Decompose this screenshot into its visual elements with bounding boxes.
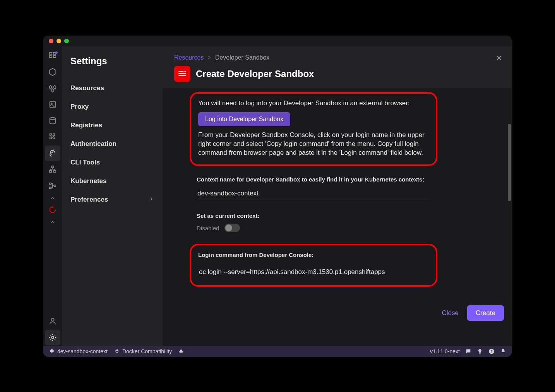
volumes-icon[interactable] <box>45 113 60 128</box>
activity-bar <box>43 46 62 346</box>
sidebar-item-registries[interactable]: Registries <box>62 116 163 135</box>
login-command-box: Login command from Developer Console: <box>190 244 437 287</box>
svg-rect-10 <box>50 183 51 184</box>
breadcrumb-separator: > <box>207 54 211 61</box>
openshift-icon[interactable] <box>45 202 60 217</box>
window-close-icon[interactable] <box>49 39 53 43</box>
svg-rect-18 <box>184 71 186 72</box>
settings-icon[interactable] <box>45 330 60 345</box>
login-instructions-box: You will need to log into your Developer… <box>190 92 437 166</box>
containers-icon[interactable] <box>45 64 60 80</box>
bulb-icon[interactable] <box>477 348 483 354</box>
svg-rect-0 <box>50 52 52 54</box>
pods-icon[interactable] <box>45 80 60 96</box>
dashboard-icon[interactable] <box>45 48 60 63</box>
window-maximize-icon[interactable] <box>64 39 69 43</box>
sidebar-item-resources[interactable]: Resources <box>62 79 163 98</box>
context-name-label: Context name for Developer Sandbox to ea… <box>197 175 430 183</box>
svg-rect-12 <box>54 185 56 187</box>
scrollbar[interactable] <box>508 124 511 201</box>
kubernetes-icon <box>49 348 55 354</box>
set-current-context-label: Set as current context: <box>197 212 430 220</box>
svg-rect-11 <box>50 187 51 188</box>
bell-icon[interactable] <box>500 348 506 354</box>
login-command-input[interactable] <box>198 263 429 278</box>
svg-rect-7 <box>51 166 54 168</box>
tree-icon[interactable] <box>45 178 60 193</box>
account-icon[interactable] <box>45 313 60 329</box>
window-minimize-icon[interactable] <box>57 39 61 43</box>
breadcrumb: Resources > Developer Sandbox <box>174 54 500 61</box>
svg-rect-4 <box>50 101 56 107</box>
hat-icon <box>178 348 184 354</box>
content-area: Resources > Developer Sandbox ✕ Create D… <box>163 46 512 346</box>
svg-point-13 <box>51 318 54 321</box>
login-sandbox-button[interactable]: Log into Developer Sandbox <box>198 112 290 126</box>
breadcrumb-current: Developer Sandbox <box>215 54 270 61</box>
svg-point-6 <box>50 117 56 120</box>
sidebar-item-cli-tools[interactable]: CLI Tools <box>62 153 163 172</box>
chevron-up-icon[interactable] <box>45 194 60 202</box>
sandbox-icon <box>174 66 190 82</box>
help-icon[interactable]: ? <box>488 348 495 354</box>
breadcrumb-resources-link[interactable]: Resources <box>174 54 204 61</box>
statusbar: dev-sandbox-context Docker Compatibility… <box>43 346 512 357</box>
sidebar-item-preferences[interactable]: Preferences <box>62 190 163 209</box>
login-command-label: Login command from Developer Console: <box>198 251 429 259</box>
sidebar-title: Settings <box>62 56 163 79</box>
svg-rect-17 <box>178 75 186 76</box>
plug-icon <box>114 348 120 354</box>
sidebar-item-proxy[interactable]: Proxy <box>62 98 163 116</box>
chevron-right-icon <box>149 196 154 204</box>
sidebar-item-kubernetes[interactable]: Kubernetes <box>62 172 163 190</box>
close-button[interactable]: Close <box>442 309 459 317</box>
rocket-icon[interactable] <box>45 146 60 161</box>
window-titlebar <box>43 36 512 46</box>
chevron-up-icon-2[interactable] <box>45 218 60 226</box>
svg-rect-2 <box>50 56 52 58</box>
chat-icon[interactable] <box>465 348 471 354</box>
create-button[interactable]: Create <box>467 305 504 321</box>
network-icon[interactable] <box>45 162 60 177</box>
images-icon[interactable] <box>45 97 60 112</box>
current-context-toggle[interactable] <box>224 224 240 232</box>
svg-rect-15 <box>178 71 183 72</box>
svg-rect-3 <box>53 56 56 58</box>
svg-point-14 <box>51 336 54 339</box>
settings-sidebar: Settings Resources Proxy Registries Auth… <box>62 46 163 346</box>
context-name-input[interactable] <box>197 187 430 200</box>
svg-rect-8 <box>50 170 52 172</box>
page-title: Create Developer Sandbox <box>196 68 314 79</box>
svg-rect-1 <box>53 52 56 54</box>
svg-text:?: ? <box>490 349 492 353</box>
svg-rect-16 <box>178 73 186 74</box>
status-redhat[interactable] <box>178 348 184 354</box>
status-context[interactable]: dev-sandbox-context <box>49 348 108 354</box>
status-docker[interactable]: Docker Compatibility <box>114 348 172 354</box>
extensions-icon[interactable] <box>45 129 60 145</box>
toggle-state-label: Disabled <box>197 225 219 231</box>
login-info-text-1: You will need to log into your Developer… <box>198 99 429 108</box>
sidebar-item-authentication[interactable]: Authentication <box>62 135 163 153</box>
svg-rect-9 <box>54 170 56 172</box>
status-version: v1.11.0-next <box>430 348 460 354</box>
close-icon[interactable]: ✕ <box>496 53 502 63</box>
login-info-text-2: From your Developer Sandbox Console, cli… <box>198 131 429 157</box>
